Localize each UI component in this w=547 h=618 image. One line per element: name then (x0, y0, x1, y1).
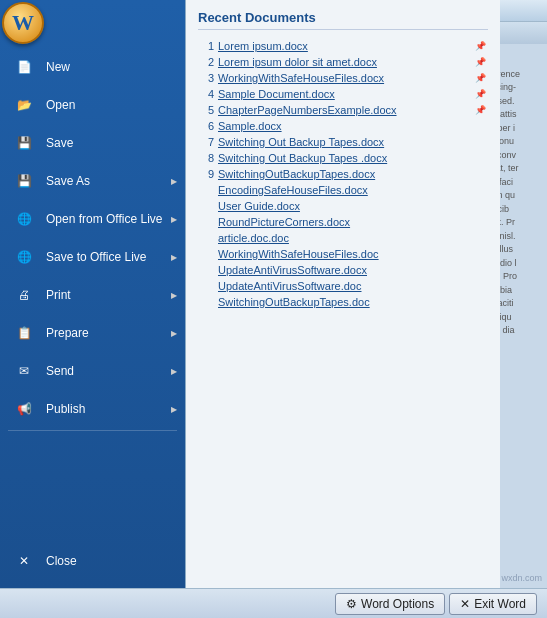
menu-overlay: 📄New📂Open💾Save💾Save As🌐Open from Office … (0, 0, 500, 588)
recent-doc-num: 5 (200, 104, 214, 116)
word-options-button[interactable]: ⚙ Word Options (335, 593, 445, 615)
recent-doc-num: 6 (200, 120, 214, 132)
recent-doc-item[interactable]: 7Switching Out Backup Tapes.docx (198, 134, 488, 150)
recent-doc-num: 7 (200, 136, 214, 148)
recent-doc-item[interactable]: 6Sample.docx (198, 118, 488, 134)
recent-doc-name: UpdateAntiVirusSoftware.docx (218, 264, 486, 276)
menu-item-save-label: Save (46, 136, 175, 150)
recent-doc-name: EncodingSafeHouseFiles.docx (218, 184, 486, 196)
recent-doc-name: UpdateAntiVirusSoftware.doc (218, 280, 486, 292)
recent-doc-num: 3 (200, 72, 214, 84)
recent-doc-name: SwitchingOutBackupTapes.docx (218, 168, 486, 180)
menu-item-send[interactable]: ✉Send (0, 352, 185, 390)
recent-docs-list: 1Lorem ipsum.docx📌2Lorem ipsum dolor sit… (198, 38, 488, 578)
recent-doc-name: Switching Out Backup Tapes .docx (218, 152, 486, 164)
menu-item-print-label: Print (46, 288, 175, 302)
menu-item-publish-label: Publish (46, 402, 175, 416)
close-icon: ✕ (10, 547, 38, 575)
open-icon: 📂 (10, 91, 38, 119)
recent-doc-name: ChapterPageNumbersExample.docx (218, 104, 471, 116)
recent-doc-name: article.doc.doc (218, 232, 486, 244)
office-button[interactable]: W (2, 2, 44, 44)
recent-doc-name: User Guide.docx (218, 200, 486, 212)
menu-item-new-label: New (46, 60, 175, 74)
recent-doc-num: 4 (200, 88, 214, 100)
menu-item-send-label: Send (46, 364, 175, 378)
right-panel: Recent Documents 1Lorem ipsum.docx📌2Lore… (185, 0, 500, 588)
recent-doc-item[interactable]: RoundPictureCorners.docx (198, 214, 488, 230)
recent-doc-name: WorkingWithSafeHouseFiles.doc (218, 248, 486, 260)
word-options-label: Word Options (361, 597, 434, 611)
recent-doc-item[interactable]: article.doc.doc (198, 230, 488, 246)
exit-word-button[interactable]: ✕ Exit Word (449, 593, 537, 615)
prepare-icon: 📋 (10, 319, 38, 347)
recent-doc-num: 8 (200, 152, 214, 164)
menu-separator (8, 430, 177, 431)
menu-item-save-to-office-live-label: Save to Office Live (46, 250, 175, 264)
recent-doc-item[interactable]: User Guide.docx (198, 198, 488, 214)
menu-item-print[interactable]: 🖨Print (0, 276, 185, 314)
open-from-office-live-icon: 🌐 (10, 205, 38, 233)
recent-doc-name: Lorem ipsum dolor sit amet.docx (218, 56, 471, 68)
recent-doc-item[interactable]: 8Switching Out Backup Tapes .docx (198, 150, 488, 166)
recent-doc-item[interactable]: 3WorkingWithSafeHouseFiles.docx📌 (198, 70, 488, 86)
recent-doc-name: WorkingWithSafeHouseFiles.docx (218, 72, 471, 84)
exit-word-label: Exit Word (474, 597, 526, 611)
menu-item-save[interactable]: 💾Save (0, 124, 185, 162)
menu-item-open-label: Open (46, 98, 175, 112)
menu-item-prepare-label: Prepare (46, 326, 175, 340)
recent-doc-item[interactable]: 2Lorem ipsum dolor sit amet.docx📌 (198, 54, 488, 70)
recent-doc-item[interactable]: 5ChapterPageNumbersExample.docx📌 (198, 102, 488, 118)
recent-doc-num: 2 (200, 56, 214, 68)
recent-doc-name: Sample Document.docx (218, 88, 471, 100)
recent-doc-item[interactable]: SwitchingOutBackupTapes.doc (198, 294, 488, 310)
menu-item-save-as-label: Save As (46, 174, 175, 188)
menu-item-open-from-office-live-label: Open from Office Live (46, 212, 175, 226)
menu-item-open[interactable]: 📂Open (0, 86, 185, 124)
recent-doc-item[interactable]: 1Lorem ipsum.docx📌 (198, 38, 488, 54)
recent-doc-item[interactable]: 9SwitchingOutBackupTapes.docx (198, 166, 488, 182)
menu-item-close[interactable]: ✕Close (0, 542, 185, 580)
bottom-bar: ⚙ Word Options ✕ Exit Word (0, 588, 547, 618)
recent-doc-item[interactable]: UpdateAntiVirusSoftware.doc (198, 278, 488, 294)
save-icon: 💾 (10, 129, 38, 157)
recent-doc-name: Sample.docx (218, 120, 486, 132)
watermark: wxdn.com (501, 573, 542, 583)
menu-item-publish[interactable]: 📢Publish (0, 390, 185, 428)
office-logo: W (12, 10, 34, 36)
menu-item-open-from-office-live[interactable]: 🌐Open from Office Live (0, 200, 185, 238)
recent-doc-item[interactable]: EncodingSafeHouseFiles.docx (198, 182, 488, 198)
recent-doc-name: Lorem ipsum.docx (218, 40, 471, 52)
menu-item-close-label: Close (46, 554, 175, 568)
send-icon: ✉ (10, 357, 38, 385)
exit-word-icon: ✕ (460, 597, 470, 611)
menu-item-new[interactable]: 📄New (0, 48, 185, 86)
recent-doc-pin-icon[interactable]: 📌 (475, 89, 486, 99)
recent-docs-title: Recent Documents (198, 10, 488, 30)
new-icon: 📄 (10, 53, 38, 81)
word-options-icon: ⚙ (346, 597, 357, 611)
recent-doc-name: RoundPictureCorners.docx (218, 216, 486, 228)
recent-doc-pin-icon[interactable]: 📌 (475, 57, 486, 67)
menu-item-save-to-office-live[interactable]: 🌐Save to Office Live (0, 238, 185, 276)
recent-doc-item[interactable]: 4Sample Document.docx📌 (198, 86, 488, 102)
save-as-icon: 💾 (10, 167, 38, 195)
recent-doc-name: Switching Out Backup Tapes.docx (218, 136, 486, 148)
recent-doc-num: 9 (200, 168, 214, 180)
left-menu-panel: 📄New📂Open💾Save💾Save As🌐Open from Office … (0, 0, 185, 588)
menu-item-save-as[interactable]: 💾Save As (0, 162, 185, 200)
recent-doc-item[interactable]: UpdateAntiVirusSoftware.docx (198, 262, 488, 278)
recent-doc-pin-icon[interactable]: 📌 (475, 41, 486, 51)
recent-doc-pin-icon[interactable]: 📌 (475, 105, 486, 115)
save-to-office-live-icon: 🌐 (10, 243, 38, 271)
recent-doc-item[interactable]: WorkingWithSafeHouseFiles.doc (198, 246, 488, 262)
menu-item-prepare[interactable]: 📋Prepare (0, 314, 185, 352)
recent-doc-num: 1 (200, 40, 214, 52)
print-icon: 🖨 (10, 281, 38, 309)
recent-doc-pin-icon[interactable]: 📌 (475, 73, 486, 83)
recent-doc-name: SwitchingOutBackupTapes.doc (218, 296, 486, 308)
publish-icon: 📢 (10, 395, 38, 423)
